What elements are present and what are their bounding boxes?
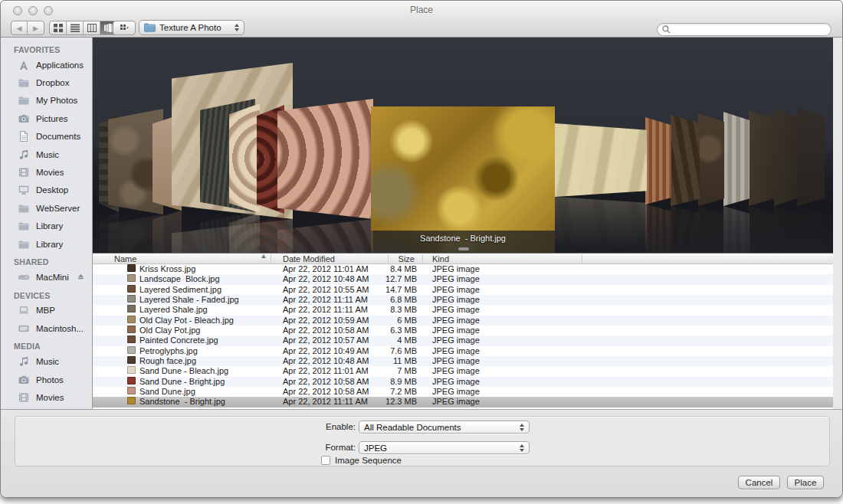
file-date-modified: Apr 22, 2012 10:57 AM xyxy=(283,335,369,345)
file-name: Sand Dune - Bright.jpg xyxy=(139,377,225,387)
sidebar-item-music[interactable]: Music xyxy=(1,352,92,370)
sidebar-item-photos[interactable]: Photos xyxy=(1,371,92,388)
search-icon xyxy=(662,25,671,34)
camera-icon xyxy=(18,374,30,386)
location-dropdown[interactable]: Texture A Photo xyxy=(139,20,244,35)
sidebar-item-library[interactable]: Library xyxy=(1,235,92,253)
sidebar-item-applications[interactable]: Applications xyxy=(1,56,92,74)
column-header-size[interactable]: Size xyxy=(399,254,415,263)
column-view-button[interactable] xyxy=(84,21,100,34)
coverflow-item[interactable] xyxy=(645,117,671,205)
sidebar-item-label: Music xyxy=(36,357,59,366)
sidebar-item-webserver[interactable]: WebServer xyxy=(1,199,92,217)
table-row[interactable]: Sand Dune.jpgApr 22, 2012 10:58 AM7.2 MB… xyxy=(93,387,833,397)
sidebar-item-movies[interactable]: Movies xyxy=(1,163,92,181)
sidebar-item-documents[interactable]: Documents xyxy=(1,128,92,146)
coverflow-preview[interactable]: Sandstone - Bright.jpg xyxy=(93,38,833,254)
coverflow-selected-item[interactable] xyxy=(371,106,555,231)
sidebar-item-mbp[interactable]: MBP xyxy=(1,302,92,319)
table-row[interactable]: Layered Shale - Faded.jpgApr 22, 2012 11… xyxy=(93,295,833,305)
coverflow-resize-handle[interactable] xyxy=(458,247,469,250)
file-size: 6 MB xyxy=(397,316,417,326)
image-sequence-checkbox[interactable] xyxy=(321,456,330,465)
hard-drive-icon xyxy=(18,322,30,335)
table-row[interactable]: Old Clay Pot.jpgApr 22, 2012 10:58 AM6.3… xyxy=(93,326,833,335)
column-header-kind[interactable]: Kind xyxy=(432,254,449,263)
table-row[interactable]: Petroglyphs.jpgApr 22, 2012 10:49 AM7.6 … xyxy=(93,346,833,356)
file-size: 11 MB xyxy=(393,356,417,366)
sidebar-item-label: Dropbox xyxy=(36,78,69,87)
dropdown-arrows-icon xyxy=(235,24,239,31)
sidebar-item-dropbox[interactable]: Dropbox xyxy=(1,74,92,91)
sidebar-item-macmini[interactable]: MacMini xyxy=(1,268,92,286)
file-list: Name Date Modified Size Kind Kriss Kross… xyxy=(93,254,833,409)
cancel-button[interactable]: Cancel xyxy=(738,476,780,489)
sort-ascending-icon xyxy=(261,254,266,258)
table-row[interactable]: Painted Concrete.jpgApr 22, 2012 10:57 A… xyxy=(93,335,833,345)
file-thumbnail-icon xyxy=(127,264,136,272)
file-size: 12.7 MB xyxy=(385,274,417,284)
format-select[interactable]: JPEG xyxy=(359,441,530,454)
table-row[interactable]: Layered Sediment.jpgApr 22, 2012 10:55 A… xyxy=(93,285,833,295)
column-header-date-modified[interactable]: Date Modified xyxy=(283,254,335,263)
coverflow-item[interactable] xyxy=(229,103,260,213)
nav-buttons: ◀ ▶ xyxy=(11,21,44,35)
sidebar-item-desktop[interactable]: Desktop xyxy=(1,182,92,199)
file-thumbnail-icon xyxy=(127,326,136,333)
coverflow-item[interactable] xyxy=(277,99,373,219)
coverflow-item[interactable] xyxy=(671,115,700,206)
table-row[interactable]: Kriss Kross.jpgApr 22, 2012 11:01 AM8.4 … xyxy=(93,264,833,274)
sidebar-item-movies[interactable]: Movies xyxy=(1,388,92,406)
file-size: 7 MB xyxy=(397,366,417,376)
coverflow-item-reflection xyxy=(723,206,750,254)
folder-icon xyxy=(18,220,30,232)
coverflow-item[interactable] xyxy=(698,113,724,206)
list-view-icon xyxy=(71,24,80,32)
search-field[interactable] xyxy=(657,23,832,36)
table-row[interactable]: Sand Dune - Bleach.jpgApr 22, 2012 11:01… xyxy=(93,366,833,376)
search-input[interactable] xyxy=(674,25,826,34)
file-kind: JPEG image xyxy=(432,295,480,305)
enable-label: Enable: xyxy=(294,422,356,431)
place-button[interactable]: Place xyxy=(787,476,824,489)
mac-mini-icon xyxy=(18,271,30,283)
sidebar-section-title: FAVORITES xyxy=(1,44,92,56)
file-date-modified: Apr 22, 2012 11:11 AM xyxy=(283,397,368,407)
table-row[interactable]: Sand Dune - Bright.jpgApr 22, 2012 10:58… xyxy=(93,377,833,387)
file-kind: JPEG image xyxy=(432,346,480,356)
coverflow-item[interactable] xyxy=(749,110,775,206)
icon-view-button[interactable] xyxy=(50,21,67,34)
table-row[interactable]: Old Clay Pot - Bleach.jpgApr 22, 2012 10… xyxy=(93,316,833,326)
item-options-button[interactable] xyxy=(113,21,136,35)
enable-select[interactable]: All Readable Documents xyxy=(359,421,530,434)
sidebar-item-label: Desktop xyxy=(36,185,68,195)
coverflow-item[interactable] xyxy=(723,112,750,206)
column-header-name[interactable]: Name xyxy=(114,254,136,263)
list-view-button[interactable] xyxy=(67,21,84,34)
forward-button[interactable]: ▶ xyxy=(28,21,44,34)
sidebar-item-music[interactable]: Music xyxy=(1,146,92,163)
file-name: Landscape Block.jpg xyxy=(139,274,220,284)
sidebar-item-library[interactable]: Library xyxy=(1,218,92,235)
table-row[interactable]: Sandstone - Bright.jpgApr 22, 2012 11:11… xyxy=(93,397,833,407)
sidebar-item-label: Pictures xyxy=(36,114,68,123)
table-row[interactable]: Landscape Block.jpgApr 22, 2012 10:48 AM… xyxy=(93,274,833,284)
file-kind: JPEG image xyxy=(432,274,480,284)
sidebar-item-label: Movies xyxy=(36,168,64,177)
coverflow-item[interactable] xyxy=(774,109,798,206)
coverflow-item[interactable] xyxy=(555,123,647,197)
sidebar-item-label: Library xyxy=(36,240,63,249)
sidebar-item-pictures[interactable]: Pictures xyxy=(1,110,92,127)
document-icon xyxy=(18,130,30,142)
file-browser: Sandstone - Bright.jpg Name Date Modifie… xyxy=(93,38,833,409)
back-button[interactable]: ◀ xyxy=(11,21,28,34)
table-row[interactable]: Rough face.jpgApr 22, 2012 10:48 AM11 MB… xyxy=(93,356,833,366)
eject-icon[interactable] xyxy=(76,272,86,282)
sidebar-item-my-photos[interactable]: My Photos xyxy=(1,92,92,110)
table-row[interactable]: Layered Shale.jpgApr 22, 2012 11:11 AM8.… xyxy=(93,305,833,315)
file-thumbnail-icon xyxy=(127,377,136,385)
sidebar-item-macintosh[interactable]: Macintosh... xyxy=(1,319,92,337)
coverflow-item[interactable] xyxy=(797,108,825,206)
file-name: Petroglyphs.jpg xyxy=(139,346,198,356)
icon-view-icon xyxy=(54,24,63,32)
